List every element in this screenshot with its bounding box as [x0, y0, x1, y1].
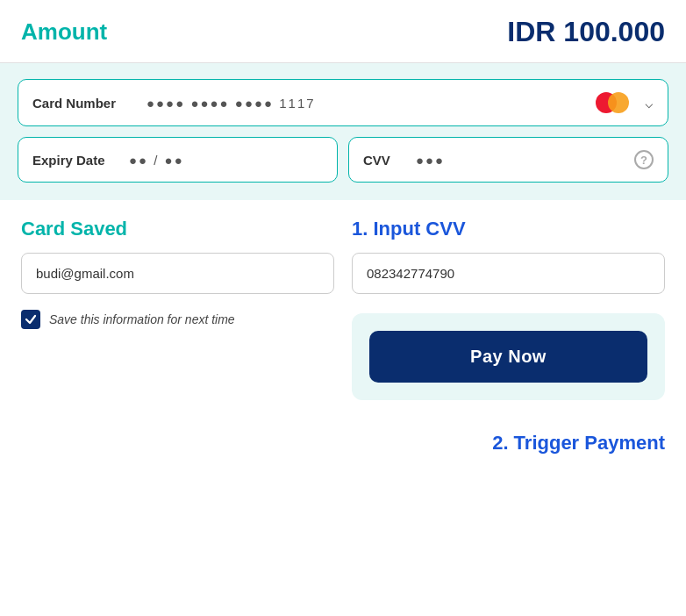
amount-value: IDR 100.000	[507, 16, 665, 48]
lower-section: Card Saved Save this information for nex…	[0, 200, 686, 418]
input-cvv-title: 1. Input CVV	[352, 218, 665, 240]
right-column: 1. Input CVV Pay Now	[352, 218, 665, 400]
cvv-help-icon[interactable]: ?	[634, 150, 654, 169]
save-info-label: Save this information for next time	[49, 312, 235, 326]
email-input[interactable]	[21, 253, 334, 294]
card-number-row: Card Number ●●●● ●●●● ●●●● 1117 ⌵	[18, 79, 668, 126]
cvv-box[interactable]: CVV ●●● ?	[348, 137, 668, 183]
card-bottom-row: Expiry Date ●● / ●● CVV ●●● ?	[18, 137, 668, 183]
trigger-payment-title: 2. Trigger Payment	[492, 432, 665, 454]
pay-now-button[interactable]: Pay Now	[369, 331, 647, 383]
card-chevron-down-icon[interactable]: ⌵	[645, 95, 654, 111]
mastercard-icon	[596, 92, 629, 113]
left-column: Card Saved Save this information for nex…	[21, 218, 334, 400]
cvv-label: CVV	[363, 153, 416, 168]
save-info-checkbox[interactable]	[21, 310, 40, 329]
pay-now-section: Pay Now	[352, 313, 665, 400]
trigger-section: 2. Trigger Payment	[0, 418, 686, 465]
expiry-date-box[interactable]: Expiry Date ●● / ●●	[18, 137, 338, 183]
expiry-date-value: ●● / ●●	[129, 153, 184, 168]
phone-input[interactable]	[352, 253, 665, 294]
amount-label: Amount	[21, 18, 107, 46]
card-number-label: Card Number	[32, 96, 146, 111]
card-saved-title: Card Saved	[21, 218, 334, 240]
save-info-row: Save this information for next time	[21, 310, 334, 329]
card-section: Card Number ●●●● ●●●● ●●●● 1117 ⌵ Expiry…	[0, 63, 686, 200]
header: Amount IDR 100.000	[0, 0, 686, 63]
cvv-dots: ●●●	[416, 153, 634, 168]
mastercard-orange-circle	[608, 92, 629, 113]
card-number-dots: ●●●● ●●●● ●●●● 1117	[146, 96, 596, 111]
checkmark-icon	[25, 313, 37, 326]
expiry-date-label: Expiry Date	[32, 153, 129, 168]
